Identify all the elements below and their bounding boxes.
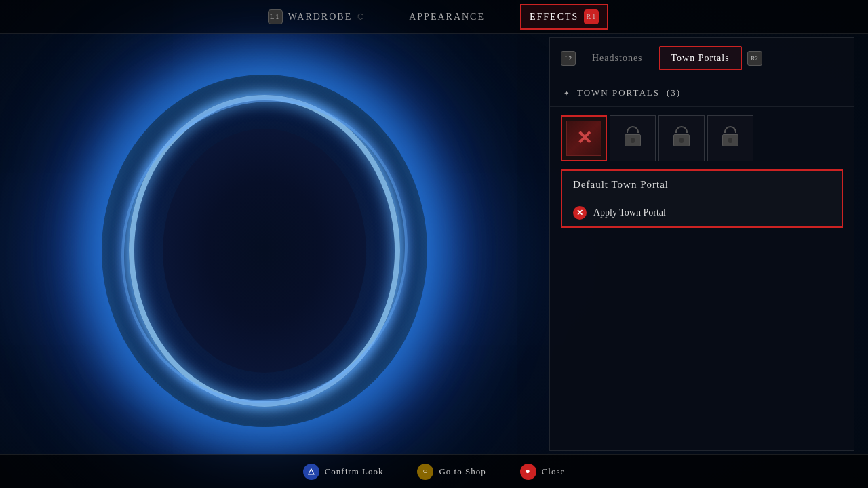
item-popup: Default Town Portal ✕ Apply Town Portal xyxy=(561,169,843,228)
portal-icon: ✕ xyxy=(566,121,601,156)
nav-wardrobe-badge: L1 xyxy=(268,9,283,24)
apply-x-icon: ✕ xyxy=(573,206,587,220)
section-diamond-icon: ✦ xyxy=(564,89,570,97)
portal-x-icon: ✕ xyxy=(576,129,592,148)
town-portals-tab-icon: R2 xyxy=(747,51,762,66)
nav-effects-badge: R1 xyxy=(584,9,599,24)
section-header: ✦ TOWN PORTALS (3) xyxy=(550,79,854,107)
item-default-portal[interactable]: ✕ xyxy=(561,115,607,161)
bottom-bar: △ Confirm Look ○ Go to Shop ● Close xyxy=(0,454,868,488)
go-to-shop-button[interactable]: ○ Go to Shop xyxy=(417,464,486,480)
lock-icon-2 xyxy=(669,126,694,150)
nav-wardrobe[interactable]: L1 WARDROBE ⬡ xyxy=(260,5,374,28)
popup-item-name: Default Town Portal xyxy=(562,171,842,199)
close-circle-icon: ● xyxy=(520,464,536,480)
nav-effects[interactable]: EFFECTS R1 xyxy=(520,4,608,30)
confirm-look-button[interactable]: △ Confirm Look xyxy=(303,464,384,480)
item-locked-2[interactable] xyxy=(658,115,705,161)
lock-icon-3 xyxy=(718,126,743,150)
triangle-icon: △ xyxy=(303,464,319,480)
item-locked-1[interactable] xyxy=(610,115,656,161)
circle-icon: ○ xyxy=(417,464,433,480)
nav-appearance[interactable]: APPEARANCE xyxy=(401,7,493,26)
top-nav: L1 WARDROBE ⬡ APPEARANCE EFFECTS R1 xyxy=(0,0,868,34)
tab-town-portals[interactable]: Town Portals xyxy=(659,46,742,70)
tab-bar: L2 Headstones Town Portals R2 xyxy=(550,38,854,79)
portal-visual xyxy=(54,54,475,447)
close-button[interactable]: ● Close xyxy=(520,464,566,480)
right-panel: L2 Headstones Town Portals R2 ✦ TOWN POR… xyxy=(549,37,854,451)
item-locked-3[interactable] xyxy=(707,115,753,161)
apply-portal-button[interactable]: ✕ Apply Town Portal xyxy=(562,199,842,226)
items-grid: ✕ xyxy=(550,107,854,169)
lock-icon-1 xyxy=(620,126,645,150)
headstones-tab-icon: L2 xyxy=(561,51,576,66)
tab-headstones[interactable]: Headstones xyxy=(581,47,654,69)
